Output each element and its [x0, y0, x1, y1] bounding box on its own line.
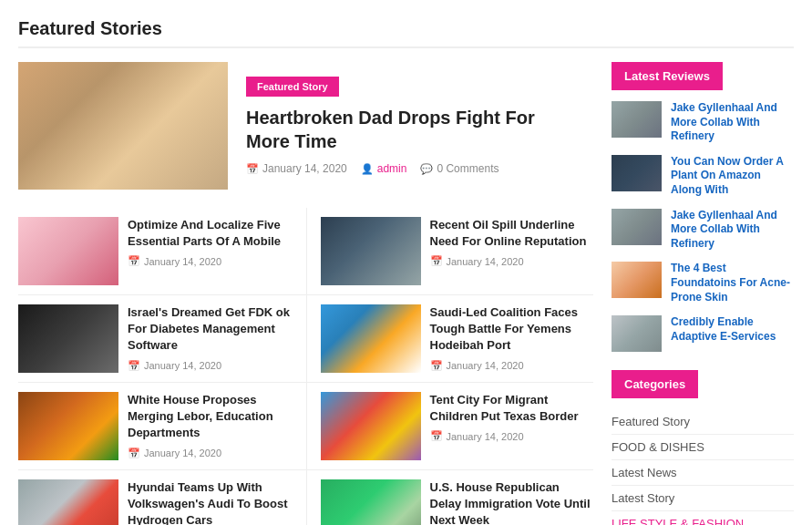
news-item: Recent Oil Spill Underline Need For Onli…: [306, 208, 594, 295]
featured-badge[interactable]: Featured Story: [246, 77, 339, 97]
news-body: Optimize And Localize Five Essential Par…: [128, 217, 293, 285]
news-thumbnail: [321, 392, 421, 460]
review-title[interactable]: Credibly Enable Adaptive E-Services: [671, 315, 794, 344]
latest-reviews-heading: Latest Reviews: [612, 62, 723, 90]
news-date: January 14, 2020: [128, 255, 293, 267]
news-body: U.S. House Republican Delay Immigration …: [430, 479, 594, 525]
news-item: White House Proposes Merging Lebor, Educ…: [18, 383, 306, 470]
news-date: January 14, 2020: [430, 255, 594, 267]
news-item: Saudi-Led Coalition Faces Tough Battle F…: [306, 295, 594, 383]
news-thumbnail: [18, 304, 118, 373]
news-body: White House Proposes Merging Lebor, Educ…: [128, 392, 293, 460]
category-link[interactable]: LIFE STYLE & FASHION: [612, 517, 744, 525]
news-title[interactable]: U.S. House Republican Delay Immigration …: [430, 479, 594, 525]
review-thumbnail: [612, 101, 662, 138]
news-body: Hyundai Teams Up With Volkswagen's Audi …: [128, 479, 293, 525]
featured-author: admin: [361, 162, 407, 175]
user-icon: [361, 163, 374, 175]
review-thumbnail: [612, 262, 662, 298]
news-thumbnail: [18, 392, 118, 460]
news-title[interactable]: Optimize And Localize Five Essential Par…: [128, 217, 293, 250]
page-title: Featured Stories: [18, 18, 794, 48]
featured-meta: January 14, 2020 admin 0 Comments: [246, 162, 575, 175]
news-thumbnail: [321, 217, 421, 285]
review-item: The 4 Best Foundatoins For Acne-Prone Sk…: [612, 262, 794, 304]
review-thumbnail: [612, 155, 662, 191]
calendar-icon: [246, 163, 259, 175]
featured-hero-content: Featured Story Heartbroken Dad Drops Fig…: [228, 63, 593, 189]
categories-heading: Categories: [612, 370, 698, 398]
category-item: FOOD & DISHES: [612, 435, 794, 460]
content-area: Featured Story Heartbroken Dad Drops Fig…: [18, 62, 593, 525]
news-title[interactable]: Saudi-Led Coalition Faces Tough Battle F…: [430, 304, 594, 355]
news-title[interactable]: Recent Oil Spill Underline Need For Onli…: [430, 217, 594, 250]
featured-comments: 0 Comments: [420, 162, 499, 175]
category-link[interactable]: Latest News: [612, 466, 677, 479]
review-item: Jake Gyllenhaal And More Collab With Ref…: [612, 209, 794, 252]
news-item: Israel's Dreamed Get FDK ok For Diabetes…: [18, 295, 306, 383]
category-item: Latest Story: [612, 486, 794, 511]
review-item: Jake Gyllenhaal And More Collab With Ref…: [612, 101, 794, 144]
news-item: Tent City For Migrant Children Put Texas…: [306, 383, 594, 470]
review-thumbnail: [612, 209, 662, 245]
latest-reviews-section: Latest Reviews Jake Gyllenhaal And More …: [612, 62, 794, 352]
news-date: January 14, 2020: [128, 360, 293, 372]
comment-icon: [420, 163, 433, 175]
category-link[interactable]: Latest Story: [612, 491, 674, 505]
news-item: Hyundai Teams Up With Volkswagen's Audi …: [18, 470, 306, 525]
review-title[interactable]: Jake Gyllenhaal And More Collab With Ref…: [671, 101, 794, 144]
calendar-icon: [430, 430, 443, 442]
featured-hero: Featured Story Heartbroken Dad Drops Fig…: [18, 62, 593, 190]
category-item: Latest News: [612, 460, 794, 486]
review-item: You Can Now Order A Plant On Amazon Alon…: [612, 155, 794, 198]
news-body: Recent Oil Spill Underline Need For Onli…: [430, 217, 594, 285]
news-thumbnail: [321, 304, 421, 373]
news-title[interactable]: Tent City For Migrant Children Put Texas…: [430, 392, 594, 425]
review-thumbnail: [612, 315, 662, 352]
news-title[interactable]: White House Proposes Merging Lebor, Educ…: [128, 392, 293, 442]
news-date: January 14, 2020: [128, 448, 293, 459]
calendar-icon: [128, 255, 140, 267]
sidebar: Latest Reviews Jake Gyllenhaal And More …: [612, 62, 794, 525]
news-thumbnail: [321, 479, 421, 525]
category-link[interactable]: Featured Story: [612, 415, 690, 428]
news-thumbnail: [18, 479, 118, 525]
categories-section: Categories Featured StoryFOOD & DISHESLa…: [612, 370, 794, 525]
featured-title[interactable]: Heartbroken Dad Drops Fight For More Tim…: [246, 106, 575, 153]
news-body: Saudi-Led Coalition Faces Tough Battle F…: [430, 304, 594, 373]
news-date: January 14, 2020: [430, 430, 594, 442]
reviews-list: Jake Gyllenhaal And More Collab With Ref…: [612, 101, 794, 352]
author-link[interactable]: admin: [377, 162, 407, 175]
news-body: Tent City For Migrant Children Put Texas…: [430, 392, 594, 460]
category-link[interactable]: FOOD & DISHES: [612, 440, 704, 454]
calendar-icon: [430, 255, 443, 267]
calendar-icon: [128, 360, 140, 372]
review-title[interactable]: Jake Gyllenhaal And More Collab With Ref…: [671, 209, 794, 252]
news-item: U.S. House Republican Delay Immigration …: [306, 470, 594, 525]
news-grid: Optimize And Localize Five Essential Par…: [18, 208, 593, 525]
categories-list: Featured StoryFOOD & DISHESLatest NewsLa…: [612, 409, 794, 525]
calendar-icon: [430, 360, 443, 372]
news-thumbnail: [18, 217, 118, 285]
news-title[interactable]: Hyundai Teams Up With Volkswagen's Audi …: [128, 479, 293, 525]
news-date: January 14, 2020: [430, 360, 594, 372]
featured-hero-image: [18, 62, 228, 190]
review-title[interactable]: The 4 Best Foundatoins For Acne-Prone Sk…: [671, 262, 794, 304]
news-item: Optimize And Localize Five Essential Par…: [18, 208, 306, 295]
news-title[interactable]: Israel's Dreamed Get FDK ok For Diabetes…: [128, 304, 293, 355]
review-item: Credibly Enable Adaptive E-Services: [612, 315, 794, 352]
news-body: Israel's Dreamed Get FDK ok For Diabetes…: [128, 304, 293, 373]
category-item: LIFE STYLE & FASHION: [612, 511, 794, 525]
featured-date: January 14, 2020: [246, 162, 347, 175]
review-title[interactable]: You Can Now Order A Plant On Amazon Alon…: [671, 155, 794, 198]
calendar-icon: [128, 448, 140, 459]
category-item: Featured Story: [612, 409, 794, 435]
